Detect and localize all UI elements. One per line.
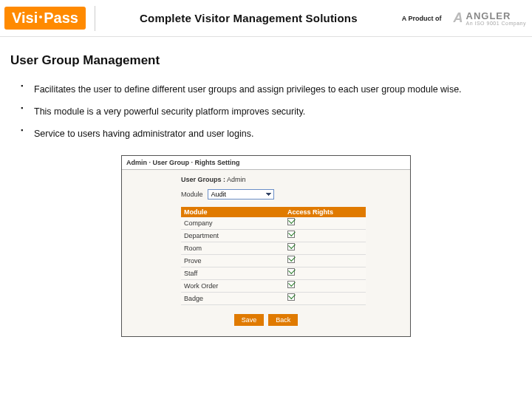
- header-rights: Access Rights: [284, 207, 366, 217]
- table-header: Module Access Rights: [181, 207, 366, 217]
- header-title: Complete Visitor Management Solutions: [104, 12, 393, 24]
- module-label: Module: [181, 191, 203, 198]
- user-group-label: User Groups :: [181, 176, 225, 183]
- rights-checkbox[interactable]: [287, 231, 295, 238]
- logo-text-right: Pass: [44, 10, 78, 27]
- rights-checkbox[interactable]: [287, 243, 295, 250]
- bullet-list: Facilitates the user to define different…: [21, 78, 519, 145]
- table-row: Company: [181, 217, 366, 230]
- angler-a-icon: A: [454, 10, 463, 26]
- table-row: Department: [181, 230, 366, 242]
- back-button[interactable]: Back: [268, 314, 298, 326]
- row-name: Company: [181, 217, 284, 229]
- module-select[interactable]: Audit: [208, 189, 274, 200]
- row-name: Prove: [181, 255, 284, 267]
- user-group-value: Admin: [227, 176, 246, 183]
- header: VisiPass Complete Visitor Management Sol…: [0, 0, 532, 37]
- angler-text: ANGLER: [466, 11, 527, 21]
- row-name: Room: [181, 242, 284, 254]
- logo-dot-icon: [39, 16, 42, 18]
- row-name: Work Order: [181, 280, 284, 292]
- table-row: Staff: [181, 267, 366, 280]
- angler-sub: An ISO 9001 Company: [466, 21, 527, 26]
- list-item: Facilitates the user to define different…: [21, 78, 519, 100]
- logo-text-left: Visi: [12, 10, 38, 27]
- rights-checkbox[interactable]: [287, 218, 295, 225]
- row-name: Staff: [181, 267, 284, 279]
- list-item: Service to users having administrator an…: [21, 123, 519, 145]
- header-module: Module: [181, 207, 284, 217]
- row-name: Badge: [181, 293, 284, 304]
- rights-checkbox[interactable]: [287, 256, 295, 263]
- visipass-logo: VisiPass: [4, 7, 86, 30]
- row-name: Department: [181, 230, 284, 242]
- save-button[interactable]: Save: [234, 314, 265, 326]
- breadcrumb: Admin · User Group · Rights Setting: [122, 156, 410, 170]
- table-row: Room: [181, 242, 366, 255]
- list-item: This module is a very powerful security …: [21, 100, 519, 123]
- rights-checkbox[interactable]: [287, 268, 295, 276]
- table-row: Badge: [181, 293, 366, 305]
- rights-checkbox[interactable]: [287, 293, 295, 301]
- angler-logo: A ANGLER An ISO 9001 Company: [454, 10, 527, 26]
- table-row: Work Order: [181, 280, 366, 293]
- product-of-label: A Product of: [402, 15, 442, 22]
- table-row: Prove: [181, 255, 366, 267]
- user-group-display: User Groups : Admin: [181, 176, 403, 183]
- header-divider: [95, 6, 95, 31]
- rights-checkbox[interactable]: [287, 281, 295, 288]
- page-title: User Group Management: [10, 53, 532, 68]
- rights-table: Module Access Rights Company Department …: [181, 207, 366, 305]
- embedded-screenshot: Admin · User Group · Rights Setting User…: [121, 155, 411, 337]
